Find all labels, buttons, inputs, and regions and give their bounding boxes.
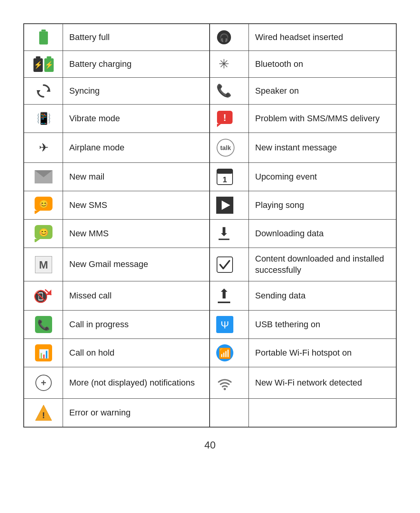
empty-icon	[210, 399, 249, 427]
installed-label: Content downloaded and installed success…	[249, 248, 396, 281]
warning-icon: !	[24, 399, 63, 427]
svg-text:+: +	[40, 377, 46, 388]
installed-icon	[210, 248, 249, 281]
svg-text:📊: 📊	[38, 349, 49, 359]
missed-call-label: Missed call	[63, 281, 210, 310]
mail-icon	[24, 163, 63, 191]
call-progress-icon: 📞	[24, 311, 63, 339]
gmail-label: New Gmail message	[63, 248, 210, 281]
svg-text:⚡: ⚡	[34, 61, 43, 69]
svg-rect-24	[217, 169, 233, 174]
sms-problem-icon: !	[210, 105, 249, 133]
battery-charging-icon: ⚡ ⚡	[24, 51, 63, 77]
icon-reference-table: Battery full 🎧 Wired headset inserted ⚡	[23, 23, 397, 428]
bluetooth-icon: ✳	[210, 51, 249, 77]
table-row: 📊 Call on hold 📶 Portable Wi-Fi hotspot …	[24, 339, 396, 367]
table-row: + More (not displayed) notifications New…	[24, 367, 396, 399]
more-notif-icon: +	[24, 367, 63, 398]
bluetooth-label: Bluetooth on	[249, 51, 396, 77]
more-notif-label: More (not displayed) notifications	[63, 367, 210, 398]
battery-full-icon	[24, 24, 63, 51]
play-icon	[210, 191, 249, 219]
svg-rect-7	[47, 56, 51, 58]
svg-marker-27	[35, 211, 40, 214]
empty-label	[249, 399, 396, 427]
svg-text:✈: ✈	[38, 141, 48, 154]
svg-text:1: 1	[222, 175, 227, 184]
svg-text:!: !	[223, 112, 226, 123]
svg-text:!: !	[42, 410, 45, 420]
battery-charging-label: Battery charging	[63, 51, 210, 77]
table-row: 😊 New MMS ⬇ Downloading data	[24, 220, 396, 248]
speaker-label: Speaker on	[249, 78, 396, 104]
svg-marker-32	[35, 239, 40, 242]
call-hold-label: Call on hold	[63, 339, 210, 367]
svg-rect-0	[41, 30, 46, 31]
svg-text:📞: 📞	[216, 83, 232, 98]
table-row: Battery full 🎧 Wired headset inserted	[24, 24, 396, 51]
svg-text:📵: 📵	[34, 290, 48, 304]
call-hold-icon: 📊	[24, 339, 63, 367]
send-data-icon: ⬆	[210, 281, 249, 310]
gmail-icon: M	[24, 248, 63, 281]
syncing-label: Syncing	[63, 78, 210, 104]
svg-rect-1	[39, 31, 47, 45]
svg-text:⬇: ⬇	[219, 226, 229, 239]
table-row: M New Gmail message Content downloaded a…	[24, 248, 396, 281]
syncing-icon	[24, 78, 63, 104]
svg-text:🎧: 🎧	[219, 33, 229, 42]
battery-full-label: Battery full	[63, 24, 210, 51]
table-row: 📳 Vibrate mode ! Problem with SMS/MMS de…	[24, 105, 396, 133]
svg-text:M: M	[39, 259, 48, 271]
table-row: New mail 1 Upcoming event	[24, 163, 396, 191]
sms-problem-label: Problem with SMS/MMS delivery	[249, 105, 396, 133]
mms-icon: 😊	[24, 220, 63, 248]
svg-rect-4	[36, 56, 40, 58]
svg-point-54	[224, 388, 226, 390]
table-row: ✈ Airplane mode talk New instant message	[24, 133, 396, 163]
missed-call-icon: 📵	[24, 281, 63, 310]
mail-label: New mail	[63, 163, 210, 191]
headset-icon: 🎧	[210, 24, 249, 51]
play-label: Playing song	[249, 191, 396, 219]
call-progress-label: Call in progress	[63, 311, 210, 339]
airplane-icon: ✈	[24, 133, 63, 162]
svg-text:📳: 📳	[36, 112, 51, 126]
table-row: ! Error or warning	[24, 399, 396, 427]
table-row: 😊 New SMS Playing song	[24, 191, 396, 220]
vibrate-icon: 📳	[24, 105, 63, 133]
table-row: Syncing 📞 Speaker on	[24, 78, 396, 105]
table-row: ⚡ ⚡ Battery charging ✳ Bluetooth on	[24, 51, 396, 78]
airplane-label: Airplane mode	[63, 133, 210, 162]
svg-text:⬆: ⬆	[219, 287, 229, 301]
svg-text:⚡: ⚡	[45, 61, 54, 69]
svg-text:talk: talk	[220, 145, 231, 151]
warning-label: Error or warning	[63, 399, 210, 427]
svg-text:📶: 📶	[219, 347, 231, 359]
svg-text:😊: 😊	[38, 199, 48, 209]
wifi-hotspot-label: Portable Wi-Fi hotspot on	[249, 339, 396, 367]
download-icon: ⬇	[210, 220, 249, 248]
svg-text:📞: 📞	[37, 319, 50, 331]
table-row: 📵 Missed call ⬆ Sending data	[24, 281, 396, 311]
usb-icon: Ψ	[210, 311, 249, 339]
vibrate-label: Vibrate mode	[63, 105, 210, 133]
svg-text:Ψ: Ψ	[220, 319, 229, 331]
calendar-label: Upcoming event	[249, 163, 396, 191]
mms-label: New MMS	[63, 220, 210, 248]
svg-rect-35	[219, 239, 229, 240]
download-label: Downloading data	[249, 220, 396, 248]
svg-text:😊: 😊	[38, 228, 48, 237]
page-number: 40	[205, 439, 216, 451]
table-row: 📞 Call in progress Ψ USB tethering on	[24, 311, 396, 339]
svg-text:✳: ✳	[219, 57, 229, 71]
wifi-hotspot-icon: 📶	[210, 339, 249, 367]
headset-label: Wired headset inserted	[249, 24, 396, 51]
usb-label: USB tethering on	[249, 311, 396, 339]
new-wifi-label: New Wi-Fi network detected	[249, 367, 396, 398]
new-wifi-icon	[210, 367, 249, 398]
talk-label: New instant message	[249, 133, 396, 162]
send-data-label: Sending data	[249, 281, 396, 310]
sms-label: New SMS	[63, 191, 210, 219]
speaker-icon: 📞	[210, 78, 249, 104]
